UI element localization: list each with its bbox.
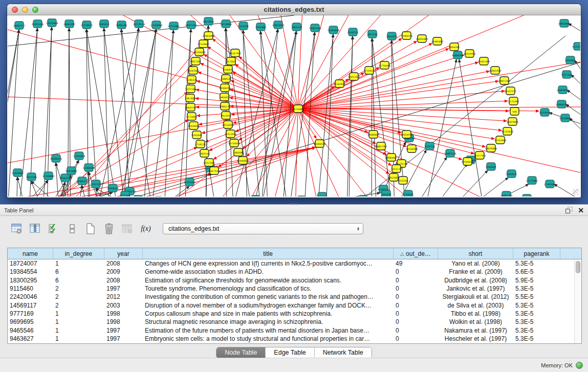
graph-node[interactable] (359, 195, 367, 196)
graph-node-label: 16629861 (507, 121, 518, 123)
column-header-in_degree[interactable]: in_degree (53, 248, 104, 259)
column-header-short[interactable]: short (438, 248, 513, 259)
resize-grip-icon[interactable] (573, 189, 579, 195)
node-table: namein_degreeyeartitle△out_de…shortpager… (7, 248, 582, 344)
table-row[interactable]: 969969511998Structural magnetic resonanc… (8, 318, 574, 326)
graph-node-label: 17750448 (379, 64, 390, 67)
select-all-check-icon[interactable] (48, 223, 59, 234)
graph-node-label: 9245012 (506, 173, 517, 176)
cell-in_degree: 2 (53, 302, 104, 309)
graph-node-label: 16495493 (416, 38, 428, 40)
graph-node-label: 9242845 (191, 134, 202, 137)
table-row[interactable]: 1938455462009Genome-wide association stu… (8, 268, 574, 276)
titlebar[interactable]: citations_edges.txt (7, 4, 581, 15)
graph-node-label: 17103054 (150, 24, 162, 27)
graph-node-label: 15276072 (81, 24, 93, 27)
cell-pagerank: 5.3E-5 (513, 310, 560, 317)
table-row[interactable]: 1830029562008Estimation of significance … (8, 276, 574, 285)
close-panel-icon[interactable]: ✕ (578, 207, 584, 214)
graph-node-label: 2367608 (185, 97, 195, 100)
table-row[interactable]: 1872400712008Changes of HCN gene express… (8, 259, 574, 268)
graph-node-label: 12444154 (556, 103, 568, 106)
cell-year: 2009 (104, 268, 143, 275)
graph-node-label: 15584554 (314, 143, 325, 145)
graph-node-label: 12213954 (225, 133, 236, 136)
table-select-dropdown[interactable]: citations_edges.txt ▲▼ (163, 223, 363, 234)
cell-name: 19384554 (8, 268, 53, 275)
table-row[interactable]: 946554611997Estimation of the future num… (8, 326, 574, 334)
cell-pagerank: 5.3E-5 (513, 285, 560, 292)
graph-node-label: 12093832 (557, 89, 569, 92)
table-row[interactable]: 2242004622012Investigating the contribut… (8, 293, 574, 301)
table-row[interactable]: 946362711997Embryonic stem cells: a mode… (8, 335, 574, 343)
table-select-value: citations_edges.txt (168, 225, 357, 232)
graph-node-label: 19654923 (401, 134, 412, 136)
graph-node-label: 8454749 (185, 106, 196, 109)
graph-node-label: 817003 (227, 60, 236, 63)
cell-name: 22420046 (8, 293, 53, 300)
table-scrollbar[interactable] (574, 259, 581, 343)
tab-edge-table[interactable]: Edge Table (266, 347, 314, 358)
panel-splitter-handle[interactable] (288, 202, 299, 206)
graph-node-label: 1733426 (403, 193, 413, 196)
tab-node-table[interactable]: Node Table (216, 347, 266, 358)
graph-node-label: 16975887 (66, 170, 77, 172)
tab-network-table[interactable]: Network Table (315, 347, 372, 358)
cell-out_de: 0 (394, 277, 438, 284)
cell-short: de Silva et al. (2003) (438, 302, 513, 309)
graph-node-label: 8912954 (221, 115, 231, 117)
minimize-window-button[interactable] (22, 7, 28, 13)
cell-out_de: 49 (394, 260, 438, 267)
cell-in_degree: 1 (53, 327, 104, 334)
network-canvas[interactable]: 1605571720391436120234481065528715276072… (8, 15, 580, 196)
status-bar: Memory: OK (0, 358, 588, 372)
cell-pagerank: 5.3E-5 (513, 335, 560, 342)
table-settings-icon[interactable] (11, 223, 23, 234)
graph-node-label: 20732625 (502, 130, 513, 133)
column-header-pagerank[interactable]: pagerank (513, 248, 560, 259)
zoom-window-button[interactable] (32, 7, 38, 13)
float-panel-icon[interactable] (565, 207, 573, 213)
graph-node-label: 8215953 (539, 112, 550, 114)
new-document-icon[interactable] (85, 223, 96, 234)
graph-node-label: 16932994 (464, 53, 475, 55)
column-header-year[interactable]: year (104, 248, 143, 259)
table-body: 1872400712008Changes of HCN gene express… (8, 259, 574, 343)
graph-node-label: 10655287 (63, 23, 75, 26)
column-header-name[interactable]: name (8, 248, 53, 259)
table-row[interactable]: 977716911998Corpus callosum shape and si… (8, 310, 574, 318)
graph-node-label: 7857224 (367, 33, 378, 36)
graph-node[interactable] (297, 196, 306, 196)
column-select-icon[interactable] (30, 223, 41, 234)
graph-node-label: 18300295 (219, 87, 231, 90)
graph-node-label: 11435061 (12, 172, 24, 174)
graph-node-label: 21217343 (474, 155, 486, 157)
cell-year: 1997 (104, 327, 143, 334)
table-panel-header: Table Panel ✕ (0, 205, 588, 216)
trash-icon[interactable] (103, 223, 115, 234)
function-icon[interactable]: f(x) (140, 223, 151, 234)
table-row[interactable]: 911546021997Tourette syndrome. Phenomeno… (8, 285, 574, 293)
table-panel: Table Panel ✕ (0, 204, 588, 372)
graph-node-label: 252254 (399, 180, 408, 182)
graph-node-label: 16081269 (500, 194, 512, 197)
graph-node-label: 9245032 (381, 193, 391, 196)
close-window-button[interactable] (12, 7, 18, 13)
cell-title: Structural magnetic resonance image aver… (143, 318, 394, 325)
scrollbar-thumb[interactable] (576, 261, 580, 273)
column-header-out_de[interactable]: △out_de… (394, 248, 438, 259)
column-header-title[interactable]: title (143, 248, 394, 259)
cell-year: 1997 (104, 285, 143, 292)
table-row[interactable]: 1456911722003Disruption of a novel membe… (8, 301, 574, 309)
memory-status-label: Memory: OK (541, 362, 573, 368)
graph-node[interactable] (522, 194, 531, 196)
rows-icon[interactable] (67, 223, 78, 234)
cell-short: Wolkin et al. (1998) (438, 318, 513, 325)
graph-node[interactable] (251, 195, 260, 196)
graph-node-label: 9327508 (185, 88, 196, 91)
cell-short: Nakamura et al. (1997) (438, 327, 513, 334)
graph-node-label: 15495093 (431, 40, 443, 43)
graph-node[interactable] (134, 195, 142, 196)
cell-in_degree: 2 (53, 293, 104, 300)
graph-node-label: 7485083 (233, 151, 244, 154)
